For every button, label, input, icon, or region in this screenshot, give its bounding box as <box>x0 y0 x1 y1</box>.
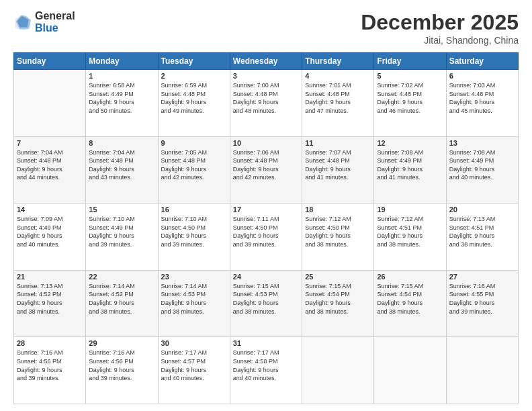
day-number: 16 <box>161 205 227 214</box>
day-info: Sunrise: 7:06 AM Sunset: 4:48 PM Dayligh… <box>233 148 299 182</box>
day-number: 17 <box>233 205 299 214</box>
calendar-cell: 24Sunrise: 7:15 AM Sunset: 4:53 PM Dayli… <box>230 270 302 337</box>
day-number: 25 <box>305 273 371 281</box>
day-number: 29 <box>89 339 154 347</box>
day-info: Sunrise: 7:10 AM Sunset: 4:50 PM Dayligh… <box>161 215 227 248</box>
day-info: Sunrise: 7:07 AM Sunset: 4:48 PM Dayligh… <box>305 148 371 182</box>
day-number: 26 <box>377 273 443 281</box>
calendar-cell: 22Sunrise: 7:14 AM Sunset: 4:52 PM Dayli… <box>86 270 158 337</box>
day-number: 22 <box>89 273 154 281</box>
calendar-cell: 21Sunrise: 7:13 AM Sunset: 4:52 PM Dayli… <box>14 270 86 337</box>
calendar-cell: 28Sunrise: 7:16 AM Sunset: 4:56 PM Dayli… <box>14 337 86 404</box>
day-info: Sunrise: 7:12 AM Sunset: 4:50 PM Dayligh… <box>305 215 371 248</box>
day-header-tuesday: Tuesday <box>158 53 230 70</box>
calendar-cell: 2Sunrise: 6:59 AM Sunset: 4:48 PM Daylig… <box>158 70 230 137</box>
day-header-sunday: Sunday <box>14 53 86 70</box>
day-info: Sunrise: 7:08 AM Sunset: 4:49 PM Dayligh… <box>449 148 515 182</box>
calendar-cell: 1Sunrise: 6:58 AM Sunset: 4:49 PM Daylig… <box>86 70 158 137</box>
day-number: 20 <box>449 205 515 214</box>
week-row-4: 21Sunrise: 7:13 AM Sunset: 4:52 PM Dayli… <box>14 270 519 337</box>
logo: General Blue <box>13 10 75 34</box>
day-info: Sunrise: 7:16 AM Sunset: 4:56 PM Dayligh… <box>89 349 154 382</box>
day-header-thursday: Thursday <box>302 53 374 70</box>
day-info: Sunrise: 7:16 AM Sunset: 4:55 PM Dayligh… <box>449 282 515 316</box>
calendar-cell: 26Sunrise: 7:15 AM Sunset: 4:54 PM Dayli… <box>374 270 446 337</box>
calendar-cell: 19Sunrise: 7:12 AM Sunset: 4:51 PM Dayli… <box>374 203 446 271</box>
logo-general-text: General <box>35 10 75 22</box>
day-number: 5 <box>377 72 443 80</box>
day-info: Sunrise: 6:59 AM Sunset: 4:48 PM Dayligh… <box>161 81 227 115</box>
calendar-cell: 11Sunrise: 7:07 AM Sunset: 4:48 PM Dayli… <box>302 136 374 203</box>
calendar-cell: 8Sunrise: 7:04 AM Sunset: 4:48 PM Daylig… <box>86 136 158 203</box>
day-number: 21 <box>17 273 83 281</box>
calendar-header-row: SundayMondayTuesdayWednesdayThursdayFrid… <box>14 53 519 70</box>
day-header-saturday: Saturday <box>446 53 518 70</box>
calendar-cell: 13Sunrise: 7:08 AM Sunset: 4:49 PM Dayli… <box>446 136 518 203</box>
calendar-cell: 27Sunrise: 7:16 AM Sunset: 4:55 PM Dayli… <box>446 270 518 337</box>
week-row-2: 7Sunrise: 7:04 AM Sunset: 4:48 PM Daylig… <box>14 136 519 203</box>
calendar-cell: 6Sunrise: 7:03 AM Sunset: 4:48 PM Daylig… <box>446 70 518 137</box>
day-number: 10 <box>233 139 299 147</box>
calendar-cell <box>302 337 374 404</box>
calendar-cell: 10Sunrise: 7:06 AM Sunset: 4:48 PM Dayli… <box>230 136 302 203</box>
day-info: Sunrise: 7:05 AM Sunset: 4:48 PM Dayligh… <box>161 148 227 182</box>
week-row-5: 28Sunrise: 7:16 AM Sunset: 4:56 PM Dayli… <box>14 337 519 404</box>
day-number: 19 <box>377 205 443 214</box>
day-info: Sunrise: 7:14 AM Sunset: 4:52 PM Dayligh… <box>89 282 154 316</box>
calendar-cell: 4Sunrise: 7:01 AM Sunset: 4:48 PM Daylig… <box>302 70 374 137</box>
day-info: Sunrise: 7:10 AM Sunset: 4:49 PM Dayligh… <box>89 215 154 248</box>
day-info: Sunrise: 7:15 AM Sunset: 4:54 PM Dayligh… <box>377 282 443 316</box>
calendar-cell: 9Sunrise: 7:05 AM Sunset: 4:48 PM Daylig… <box>158 136 230 203</box>
calendar-cell <box>374 337 446 404</box>
calendar-cell: 12Sunrise: 7:08 AM Sunset: 4:49 PM Dayli… <box>374 136 446 203</box>
calendar-cell: 16Sunrise: 7:10 AM Sunset: 4:50 PM Dayli… <box>158 203 230 271</box>
day-info: Sunrise: 7:04 AM Sunset: 4:48 PM Dayligh… <box>17 148 83 182</box>
day-number: 4 <box>305 72 371 80</box>
calendar-cell: 29Sunrise: 7:16 AM Sunset: 4:56 PM Dayli… <box>86 337 158 404</box>
calendar-cell: 15Sunrise: 7:10 AM Sunset: 4:49 PM Dayli… <box>86 203 158 271</box>
calendar-cell: 7Sunrise: 7:04 AM Sunset: 4:48 PM Daylig… <box>14 136 86 203</box>
calendar-cell: 18Sunrise: 7:12 AM Sunset: 4:50 PM Dayli… <box>302 203 374 271</box>
title-block: December 2025 Jitai, Shandong, China <box>361 10 519 46</box>
calendar-table: SundayMondayTuesdayWednesdayThursdayFrid… <box>13 52 519 404</box>
day-header-friday: Friday <box>374 53 446 70</box>
day-number: 24 <box>233 273 299 281</box>
day-info: Sunrise: 7:03 AM Sunset: 4:48 PM Dayligh… <box>449 81 515 115</box>
calendar-cell: 14Sunrise: 7:09 AM Sunset: 4:49 PM Dayli… <box>14 203 86 271</box>
logo-blue-text: Blue <box>35 22 75 34</box>
day-number: 6 <box>449 72 515 80</box>
day-number: 27 <box>449 273 515 281</box>
day-number: 30 <box>161 339 227 347</box>
day-info: Sunrise: 7:09 AM Sunset: 4:49 PM Dayligh… <box>17 215 83 248</box>
calendar-location: Jitai, Shandong, China <box>361 35 519 46</box>
calendar-cell: 5Sunrise: 7:02 AM Sunset: 4:48 PM Daylig… <box>374 70 446 137</box>
day-info: Sunrise: 6:58 AM Sunset: 4:49 PM Dayligh… <box>89 81 154 115</box>
day-number: 9 <box>161 139 227 147</box>
calendar-cell: 20Sunrise: 7:13 AM Sunset: 4:51 PM Dayli… <box>446 203 518 271</box>
main-container: General Blue December 2025 Jitai, Shando… <box>0 0 532 411</box>
calendar-cell <box>14 70 86 137</box>
day-header-monday: Monday <box>86 53 158 70</box>
day-number: 13 <box>449 139 515 147</box>
day-info: Sunrise: 7:04 AM Sunset: 4:48 PM Dayligh… <box>89 148 154 182</box>
day-header-wednesday: Wednesday <box>230 53 302 70</box>
day-info: Sunrise: 7:08 AM Sunset: 4:49 PM Dayligh… <box>377 148 443 182</box>
logo-icon <box>13 13 32 32</box>
week-row-3: 14Sunrise: 7:09 AM Sunset: 4:49 PM Dayli… <box>14 203 519 271</box>
day-info: Sunrise: 7:15 AM Sunset: 4:53 PM Dayligh… <box>233 282 299 316</box>
day-info: Sunrise: 7:17 AM Sunset: 4:58 PM Dayligh… <box>233 349 299 382</box>
day-info: Sunrise: 7:14 AM Sunset: 4:53 PM Dayligh… <box>161 282 227 316</box>
day-number: 11 <box>305 139 371 147</box>
header: General Blue December 2025 Jitai, Shando… <box>13 10 519 46</box>
day-number: 31 <box>233 339 299 347</box>
day-info: Sunrise: 7:11 AM Sunset: 4:50 PM Dayligh… <box>233 215 299 248</box>
calendar-title: December 2025 <box>361 10 519 35</box>
day-info: Sunrise: 7:01 AM Sunset: 4:48 PM Dayligh… <box>305 81 371 115</box>
calendar-cell <box>446 337 518 404</box>
logo-text: General Blue <box>35 10 75 34</box>
calendar-cell: 23Sunrise: 7:14 AM Sunset: 4:53 PM Dayli… <box>158 270 230 337</box>
calendar-cell: 30Sunrise: 7:17 AM Sunset: 4:57 PM Dayli… <box>158 337 230 404</box>
day-number: 15 <box>89 205 154 214</box>
day-info: Sunrise: 7:02 AM Sunset: 4:48 PM Dayligh… <box>377 81 443 115</box>
calendar-cell: 25Sunrise: 7:15 AM Sunset: 4:54 PM Dayli… <box>302 270 374 337</box>
